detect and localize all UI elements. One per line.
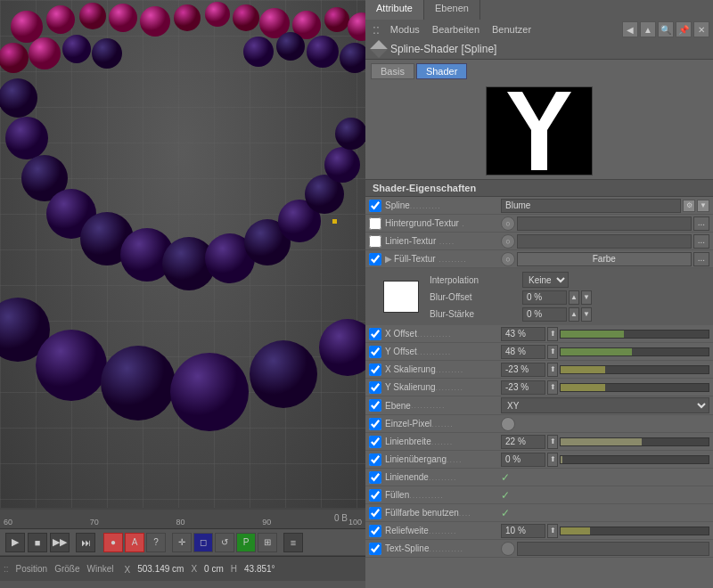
x-skal-checkbox[interactable] [369,363,381,376]
h-label: H [231,564,237,574]
x-offset-checkbox[interactable] [369,328,381,340]
home-icon[interactable]: ▲ [640,21,656,37]
burger-menu[interactable]: ≡ [283,533,303,552]
winkel-label: Winkel [86,564,113,574]
einzel-circle[interactable] [501,417,515,431]
linien-dots-btn[interactable]: ... [693,234,709,249]
full-checkbox[interactable] [369,253,381,265]
play-button[interactable]: ▶ [5,533,25,552]
linienbreite-fill [561,438,642,445]
skip-end-button[interactable]: ⏭ [76,533,95,552]
y-offset-input[interactable] [501,345,545,359]
parking-tool[interactable]: P [236,533,256,552]
forward-button[interactable]: ▶▶ [50,533,70,552]
properties-list[interactable]: Spline .......... Blume ⚙ ▼ Hintergrund-… [365,197,713,588]
pin-icon[interactable]: 📌 [676,21,692,37]
reliefweite-spin[interactable]: ⬆ [547,524,558,538]
search-icon[interactable]: 🔍 [658,21,674,37]
linienubergang-input[interactable] [501,453,545,467]
x-offset-slider[interactable] [560,330,709,339]
blur-staerke-down[interactable]: ▼ [581,307,592,322]
y-skal-slider[interactable] [560,383,709,392]
x-offset-spin[interactable]: ⬆ [547,327,558,341]
x-offset-label: X Offset ........... [385,329,501,339]
full-circle-btn[interactable]: ○ [501,252,515,266]
rotate-tool[interactable]: ↺ [215,533,234,552]
y-skal-input[interactable] [501,380,545,395]
y-offset-checkbox[interactable] [369,346,381,358]
ebene-checkbox[interactable] [369,399,381,412]
menu-button[interactable]: ≡ [283,533,303,552]
y-offset-slider[interactable] [560,347,709,356]
y-skal-checkbox[interactable] [369,381,381,394]
linienubergang-slider[interactable] [560,455,709,464]
blur-offset-down[interactable]: ▼ [581,290,592,305]
hintergrund-dots-btn[interactable]: ... [693,216,709,231]
x-skal-spin[interactable]: ⬆ [547,363,558,377]
svg-point-0 [11,11,43,43]
hintergrund-circle-btn[interactable]: ○ [501,216,515,231]
spline-arrow-icon[interactable]: ▼ [697,200,709,212]
reliefweite-slider[interactable] [560,527,709,535]
linienbreite-input[interactable] [501,435,545,449]
blur-offset-row: Blur-Offset ▲ ▼ [430,289,709,306]
select-tool[interactable]: ◻ [193,533,213,552]
ebene-select[interactable]: XY XZ YZ [501,397,709,413]
section-header: Shader-Eigenschaften [365,179,713,197]
linien-circle-btn[interactable]: ○ [501,234,515,249]
linienubergang-spin[interactable]: ⬆ [547,453,558,467]
menu-benutzer[interactable]: Benutzer [487,22,537,37]
reliefweite-checkbox[interactable] [369,525,381,537]
hintergrund-value: ○ ... [501,216,709,231]
interpolation-value: Keine [522,272,709,288]
interpolation-select[interactable]: Keine [522,272,569,288]
svg-point-5 [174,4,201,31]
spline-dropdown[interactable]: Blume [501,199,681,213]
linienbreite-spin[interactable]: ⬆ [547,435,558,449]
y-offset-spin[interactable]: ⬆ [547,345,558,359]
full-dots-btn[interactable]: ... [693,252,709,266]
grid-tool[interactable]: ⊞ [258,533,277,552]
y-skal-spin[interactable]: ⬆ [547,380,558,395]
text-spline-checkbox[interactable] [369,543,381,555]
linienbreite-checkbox[interactable] [369,436,381,448]
x-skal-slider[interactable] [560,365,709,374]
fullen-checkbox[interactable] [369,489,381,502]
x-skal-input[interactable] [501,363,545,377]
blur-offset-up[interactable]: ▲ [569,290,579,305]
auto-key-button[interactable]: A [125,533,144,552]
position-label: Position [16,564,48,574]
blur-offset-input[interactable] [522,290,567,305]
arrow-left-icon[interactable]: ◀ [622,21,638,37]
menu-bearbeiten[interactable]: Bearbeiten [427,22,485,37]
prop-row-linienende: Linienende ......... ✓ [365,469,713,486]
x-offset-input[interactable] [501,327,545,341]
color-swatch[interactable] [383,281,419,313]
tab-basis[interactable]: Basis [371,63,414,79]
hintergrund-checkbox[interactable] [369,217,381,230]
spline-checkbox[interactable] [369,200,381,212]
fullfarbe-label: Füllfarbe benutzen .... [385,508,501,518]
close-icon[interactable]: ✕ [693,21,709,37]
blur-staerke-input[interactable] [522,307,567,322]
farbe-btn[interactable]: Farbe [517,252,692,266]
fullfarbe-checkbox[interactable] [369,507,381,519]
linienende-checkbox[interactable] [369,471,381,484]
linienbreite-slider[interactable] [560,437,709,446]
tab-attribute[interactable]: Attribute [365,0,424,20]
menu-modus[interactable]: Modus [385,22,425,37]
reliefweite-input[interactable] [501,524,545,538]
help-button[interactable]: ? [146,533,166,552]
linien-checkbox[interactable] [369,235,381,248]
tab-ebenen[interactable]: Ebenen [424,0,480,20]
blur-staerke-up[interactable]: ▲ [569,307,579,322]
record-button[interactable]: ● [103,533,123,552]
y-skal-fill [561,384,605,391]
text-spline-circle[interactable] [501,542,515,556]
stop-button[interactable]: ■ [28,533,47,552]
spline-options-icon[interactable]: ⚙ [683,200,695,212]
einzel-checkbox[interactable] [369,418,381,430]
linienubergang-checkbox[interactable] [369,453,381,466]
move-tool[interactable]: ✛ [172,533,192,552]
tab-shader[interactable]: Shader [416,63,467,79]
